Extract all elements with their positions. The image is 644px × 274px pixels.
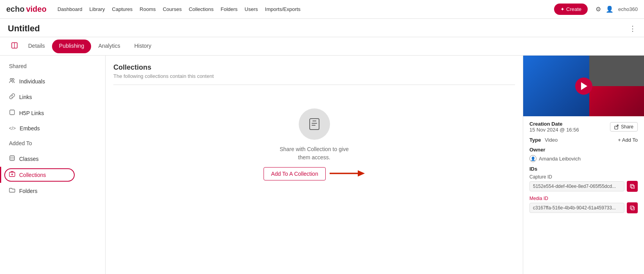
collections-section-title: Collections: [113, 63, 515, 72]
add-to-collection-button[interactable]: Add To A Collection: [264, 167, 325, 180]
sidebar-item-embeds[interactable]: </> Embeds: [0, 121, 105, 136]
nav-library[interactable]: Library: [90, 6, 105, 12]
sidebar-item-h5p-links[interactable]: H5P Links: [0, 105, 105, 121]
media-id-label: Media ID: [529, 196, 638, 201]
ids-label: IDs: [529, 166, 638, 172]
sidebar-item-individuals[interactable]: Individuals: [0, 74, 105, 89]
collections-section-subtitle: The following collections contain this c…: [113, 73, 515, 85]
nav-courses[interactable]: Courses: [163, 6, 181, 12]
copy-media-id-button[interactable]: [627, 202, 638, 213]
tab-analytics[interactable]: Analytics: [91, 38, 127, 55]
page-header: Untitled ⋮: [0, 19, 644, 37]
play-triangle-icon: [581, 82, 587, 90]
sidebar-links-label: Links: [19, 94, 32, 100]
sidebar-item-links[interactable]: Links: [0, 89, 105, 105]
individuals-icon: [9, 78, 15, 85]
svg-point-2: [10, 79, 12, 81]
tab-publishing[interactable]: Publishing: [52, 40, 91, 53]
sidebar-shared-label: Shared: [9, 63, 27, 69]
sidebar-added-to-header: Added To: [0, 136, 105, 151]
create-button[interactable]: ✦ Create: [554, 4, 588, 15]
logo: echovideo: [6, 5, 47, 14]
creation-date-label: Creation Date: [529, 121, 579, 127]
account-icon-btn[interactable]: 👤: [606, 5, 614, 13]
tab-left-icon-btn[interactable]: [8, 37, 21, 55]
play-button[interactable]: [575, 78, 592, 95]
svg-rect-18: [631, 207, 634, 210]
logo-video: video: [26, 5, 47, 14]
sidebar: Shared Individuals Links H5P Links </> E…: [0, 56, 106, 274]
svg-rect-17: [630, 206, 633, 209]
settings-icon-btn[interactable]: ⚙: [596, 5, 601, 13]
svg-marker-13: [358, 170, 365, 177]
svg-rect-4: [10, 110, 14, 115]
nav-collections[interactable]: Collections: [189, 6, 214, 12]
links-icon: [9, 93, 15, 101]
sidebar-embeds-label: Embeds: [20, 125, 39, 132]
owner-name: Amanda Leibovich: [539, 156, 581, 162]
svg-rect-15: [631, 185, 634, 188]
share-button[interactable]: Share: [610, 122, 638, 132]
video-right-top: [589, 56, 644, 86]
add-to-button[interactable]: + Add To: [618, 137, 638, 143]
add-collection-row: Add To A Collection: [264, 167, 364, 180]
sidebar-folders-label: Folders: [19, 188, 38, 194]
video-thumbnail[interactable]: [523, 56, 644, 116]
more-options-button[interactable]: ⋮: [629, 24, 636, 33]
sidebar-item-collections[interactable]: Collections: [0, 167, 105, 183]
owner-avatar-icon: 👤: [529, 155, 536, 162]
content-area: Collections The following collections co…: [106, 56, 523, 274]
svg-rect-11: [310, 119, 319, 130]
tab-details[interactable]: Details: [21, 38, 52, 55]
page-title: Untitled: [8, 23, 40, 34]
red-arrow-icon: [330, 169, 365, 178]
capture-id-value: 5152e554-ddef-40ee-8ed7-065f55dcd...: [529, 181, 624, 191]
svg-rect-5: [10, 156, 14, 160]
media-id-value: c3167ffa-516e-4b4b-9042-61a459733...: [529, 203, 624, 213]
copy-icon: [630, 184, 635, 189]
media-id-row: Media ID c3167ffa-516e-4b4b-9042-61a4597…: [529, 196, 638, 213]
h5p-links-icon: [9, 109, 15, 117]
nav-users[interactable]: Users: [245, 6, 258, 12]
sidebar-item-shared: Shared: [0, 59, 105, 74]
classes-icon: [9, 155, 15, 162]
owner-row-container: Owner 👤 Amanda Leibovich: [529, 147, 638, 162]
logo-echo: echo: [6, 5, 25, 14]
owner-info: 👤 Amanda Leibovich: [529, 155, 581, 162]
capture-id-row: Capture ID 5152e554-ddef-40ee-8ed7-065f5…: [529, 174, 638, 192]
empty-icon-circle: [299, 108, 330, 140]
sidebar-collections-label: Collections: [19, 172, 46, 178]
type-value: Video: [545, 137, 558, 143]
sidebar-added-to-label: Added To: [9, 140, 32, 146]
type-row: Type Video + Add To: [529, 137, 638, 143]
tabs-bar: Details Publishing Analytics History: [0, 37, 644, 56]
nav-imports-exports[interactable]: Imports/Exports: [265, 6, 301, 12]
arrow-indicator: [330, 169, 365, 179]
nav-folders[interactable]: Folders: [221, 6, 237, 12]
top-nav: echovideo Dashboard Library Captures Roo…: [0, 0, 644, 19]
media-id-value-row: c3167ffa-516e-4b4b-9042-61a459733...: [529, 202, 638, 213]
nav-links: Dashboard Library Captures Rooms Courses…: [57, 6, 547, 12]
collection-book-icon: [307, 117, 321, 131]
folders-icon: [9, 187, 15, 195]
capture-id-label: Capture ID: [529, 174, 638, 180]
sidebar-individuals-label: Individuals: [19, 78, 45, 85]
tab-history[interactable]: History: [127, 38, 158, 55]
nav-dashboard[interactable]: Dashboard: [57, 6, 83, 12]
nav-right: ⚙ 👤 echo360: [596, 5, 638, 13]
sidebar-classes-label: Classes: [19, 156, 39, 162]
owner-label: Owner: [529, 147, 545, 153]
copy-capture-id-button[interactable]: [627, 181, 638, 192]
empty-text: Share with Collection to give them acces…: [280, 145, 349, 162]
nav-captures[interactable]: Captures: [112, 6, 133, 12]
svg-point-3: [12, 79, 14, 81]
nav-rooms[interactable]: Rooms: [140, 6, 156, 12]
right-panel: Creation Date 15 Nov 2024 @ 16:56 Share …: [523, 56, 644, 274]
sidebar-item-classes[interactable]: Classes: [0, 151, 105, 167]
capture-id-value-row: 5152e554-ddef-40ee-8ed7-065f55dcd...: [529, 181, 638, 192]
creation-date-value: 15 Nov 2024 @ 16:56: [529, 127, 579, 133]
main-layout: Shared Individuals Links H5P Links </> E…: [0, 56, 644, 274]
right-panel-info: Creation Date 15 Nov 2024 @ 16:56 Share …: [523, 116, 644, 222]
video-right-panel: [589, 56, 644, 116]
sidebar-item-folders[interactable]: Folders: [0, 183, 105, 199]
